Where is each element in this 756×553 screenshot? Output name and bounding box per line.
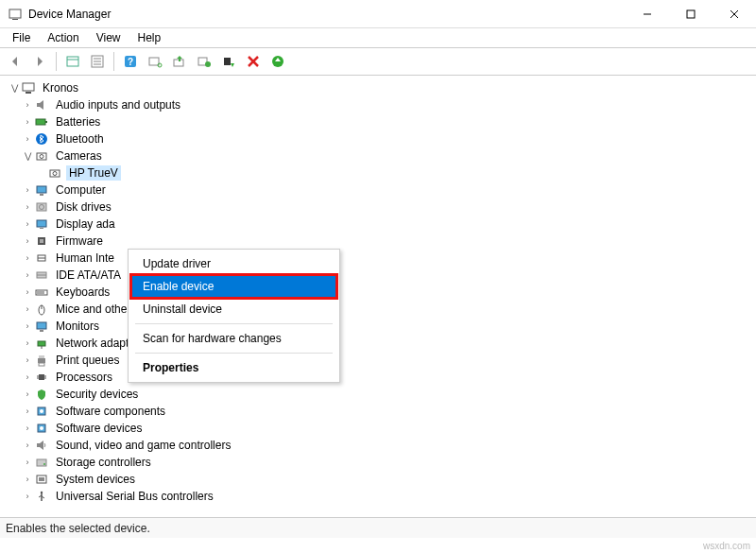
expander-icon[interactable]: ›	[21, 304, 34, 314]
tree-category[interactable]: ›System devices	[8, 471, 756, 488]
monitor-icon	[34, 319, 49, 334]
properties-button[interactable]	[86, 50, 109, 73]
context-menu-item[interactable]: Scan for hardware changes	[131, 327, 336, 350]
context-menu-item[interactable]: Enable device	[131, 275, 336, 298]
close-button[interactable]	[713, 0, 756, 28]
tree-category[interactable]: ›Audio inputs and outputs	[8, 96, 756, 113]
enable-button[interactable]	[193, 50, 215, 73]
tree-category-label: Batteries	[53, 114, 103, 130]
disable-button[interactable]	[217, 50, 240, 73]
context-menu-item[interactable]: Properties	[131, 356, 336, 379]
expander-icon[interactable]: ›	[21, 355, 34, 365]
tree-category[interactable]: ›Human Inte	[8, 250, 756, 267]
expander-icon[interactable]: ›	[21, 441, 34, 450]
back-button[interactable]	[4, 50, 26, 73]
expander-icon[interactable]: ›	[21, 270, 34, 280]
expander-icon[interactable]: ›	[21, 117, 34, 127]
svg-rect-57	[39, 363, 44, 366]
expander-icon[interactable]: ⋁	[8, 83, 21, 93]
tree-category[interactable]: ›Mice and other pointing devices	[8, 301, 756, 318]
camera-icon	[47, 165, 62, 181]
tree-category-label: Keyboards	[53, 285, 112, 300]
tree-category[interactable]: ›Storage controllers	[8, 454, 756, 471]
uninstall-button[interactable]	[242, 50, 265, 73]
speaker-icon	[34, 97, 49, 112]
expander-icon[interactable]: ›	[21, 185, 34, 195]
menu-action[interactable]: Action	[39, 29, 87, 46]
refresh-button[interactable]	[266, 50, 289, 73]
security-icon	[34, 387, 49, 402]
expander-icon[interactable]: ›	[21, 253, 34, 263]
tree-category[interactable]: ›Bluetooth	[8, 130, 756, 147]
expander-icon[interactable]: ⋁	[21, 151, 34, 161]
forward-button[interactable]	[28, 50, 51, 73]
svg-rect-67	[37, 459, 46, 466]
svg-point-31	[53, 172, 57, 176]
help-button[interactable]: ?	[119, 50, 142, 73]
show-hide-button[interactable]	[61, 50, 84, 73]
expander-icon[interactable]: ›	[21, 423, 34, 433]
tree-category[interactable]: ›Disk drives	[8, 199, 756, 216]
update-driver-button[interactable]	[168, 50, 191, 73]
tree-category-label: Software components	[53, 404, 168, 419]
svg-rect-70	[39, 477, 44, 481]
svg-rect-56	[39, 355, 44, 358]
svg-rect-33	[40, 194, 43, 196]
expander-icon[interactable]: ›	[21, 338, 34, 348]
expander-icon[interactable]: ›	[21, 372, 34, 382]
maximize-button[interactable]	[669, 0, 713, 28]
tree-category[interactable]: ›Computer	[8, 181, 756, 199]
tree-category-label: Disk drives	[53, 199, 114, 215]
expander-icon[interactable]: ›	[21, 134, 34, 144]
menu-view[interactable]: View	[88, 29, 129, 46]
tree-device[interactable]: HP TrueV	[8, 164, 756, 181]
expander-icon[interactable]: ›	[21, 202, 34, 212]
tree-category[interactable]: ›Sound, video and game controllers	[8, 437, 756, 454]
tree-category[interactable]: ›Firmware	[8, 233, 756, 250]
tree-category[interactable]: ›Software components	[8, 403, 756, 420]
expander-icon[interactable]: ›	[21, 458, 34, 467]
scan-button[interactable]	[144, 50, 166, 73]
tree-category[interactable]: ›Batteries	[8, 113, 756, 130]
tree-root[interactable]: ⋁ Kronos	[8, 79, 756, 96]
software-icon	[34, 421, 49, 436]
expander-icon[interactable]: ›	[21, 475, 34, 484]
toolbar: ?	[0, 47, 756, 76]
expander-icon[interactable]: ›	[21, 236, 34, 246]
tree-category[interactable]: ›Print queues	[8, 352, 756, 369]
tree-category[interactable]: ›Security devices	[8, 386, 756, 403]
expander-icon[interactable]: ›	[21, 219, 34, 229]
minimize-button[interactable]	[626, 0, 669, 28]
context-menu-item[interactable]: Uninstall device	[131, 298, 336, 320]
tree-category[interactable]: ›Network adapters	[8, 335, 756, 352]
svg-rect-39	[40, 239, 43, 243]
tree-category[interactable]: ›Keyboards	[8, 284, 756, 301]
svg-rect-26	[45, 121, 47, 123]
expander-icon[interactable]: ›	[21, 321, 34, 331]
tree-category[interactable]: ›Software devices	[8, 420, 756, 437]
toolbar-separator	[56, 52, 57, 71]
printer-icon	[34, 353, 49, 368]
app-icon	[8, 7, 23, 22]
tree-category[interactable]: ›Display ada	[8, 216, 756, 233]
menu-help[interactable]: Help	[129, 29, 170, 46]
svg-point-64	[40, 409, 43, 413]
device-tree[interactable]: ⋁ Kronos ›Audio inputs and outputs›Batte…	[0, 76, 756, 527]
tree-category[interactable]: ›IDE ATA/ATA	[8, 267, 756, 284]
tree-category[interactable]: ⋁Cameras	[8, 147, 756, 164]
tree-category[interactable]: ›Processors	[8, 369, 756, 386]
svg-rect-24	[26, 92, 31, 94]
menu-file[interactable]: File	[4, 29, 39, 46]
expander-icon[interactable]: ›	[21, 406, 34, 416]
tree-category-label: Storage controllers	[53, 455, 154, 470]
tree-category[interactable]: ›Monitors	[8, 318, 756, 335]
tree-category-label: Bluetooth	[53, 131, 107, 147]
expander-icon[interactable]: ›	[21, 100, 34, 110]
tree-category[interactable]: ›Universal Serial Bus controllers	[8, 488, 756, 505]
expander-icon[interactable]: ›	[21, 492, 34, 501]
svg-rect-53	[38, 341, 45, 346]
expander-icon[interactable]: ›	[21, 287, 34, 297]
usb-icon	[34, 489, 49, 504]
expander-icon[interactable]: ›	[21, 389, 34, 399]
context-menu-item[interactable]: Update driver	[131, 252, 336, 275]
